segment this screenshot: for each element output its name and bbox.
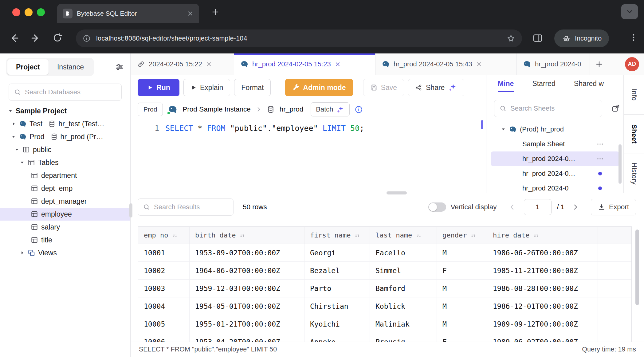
- sort-icon[interactable]: [354, 232, 360, 238]
- sheet-search[interactable]: [494, 100, 602, 117]
- side-panel-icon[interactable]: [532, 33, 543, 44]
- export-button[interactable]: Export: [591, 199, 636, 215]
- results-search[interactable]: [138, 198, 234, 216]
- filter-icon[interactable]: [115, 62, 124, 72]
- more-actions-icon[interactable]: [596, 140, 604, 148]
- table-cell[interactable]: 1964-06-02T00:00:00Z: [190, 262, 304, 280]
- table-cell[interactable]: 1959-12-03T00:00:00Z: [190, 280, 304, 297]
- table-cell[interactable]: 10003: [138, 280, 190, 297]
- save-button[interactable]: Save: [363, 79, 404, 96]
- sheet-item[interactable]: hr_prod 2024-0: [487, 181, 623, 193]
- sheet-tab-3[interactable]: hr_prod 2024-02-05 15:43: [375, 53, 517, 75]
- database-name[interactable]: hr_prod: [280, 105, 304, 113]
- tab-starred[interactable]: Starred: [532, 80, 555, 92]
- table-cell[interactable]: Bezalel: [304, 262, 370, 280]
- back-icon[interactable]: [9, 33, 20, 44]
- side-tab-sheet[interactable]: Sheet: [624, 115, 644, 154]
- bookmark-star-icon[interactable]: [507, 34, 515, 43]
- caret-down-icon[interactable]: [8, 108, 13, 113]
- tree-item-table-title[interactable]: title: [0, 233, 130, 246]
- table-cell[interactable]: Preusig: [370, 333, 437, 342]
- column-header-emp-no[interactable]: emp_no: [138, 227, 190, 244]
- caret-right-icon[interactable]: [20, 250, 25, 255]
- new-browser-tab-icon[interactable]: [211, 7, 220, 17]
- sql-code-line[interactable]: SELECT * FROM "public"."employee" LIMIT …: [165, 124, 364, 133]
- column-header-last-name[interactable]: last_name: [370, 227, 437, 244]
- new-sheet-tab-button[interactable]: [590, 53, 608, 75]
- table-cell[interactable]: 1989-09-12T00:00:00Z: [487, 315, 598, 333]
- table-cell[interactable]: Koblick: [370, 297, 437, 315]
- info-icon[interactable]: [355, 105, 363, 114]
- table-cell[interactable]: F: [437, 333, 487, 342]
- close-icon[interactable]: [476, 61, 482, 67]
- batch-button[interactable]: Batch: [311, 102, 349, 116]
- explain-button[interactable]: Explain: [183, 79, 230, 96]
- results-search-input[interactable]: [154, 203, 228, 211]
- instance-name[interactable]: Prod Sample Instance: [183, 105, 250, 113]
- window-close-button[interactable]: [12, 8, 20, 16]
- sheet-group-row[interactable]: (Prod) hr_prod: [487, 122, 623, 137]
- sort-icon[interactable]: [470, 232, 477, 238]
- database-search[interactable]: [9, 84, 122, 101]
- url-text[interactable]: localhost:8080/sql-editor/sheet/project-…: [96, 35, 501, 42]
- side-tab-info[interactable]: Info: [624, 75, 644, 115]
- vertical-display-toggle[interactable]: [428, 202, 446, 212]
- table-cell[interactable]: Kyoichi: [304, 315, 370, 333]
- more-actions-icon[interactable]: [596, 155, 604, 163]
- table-cell[interactable]: 10006: [138, 333, 190, 342]
- tree-item-schema-public[interactable]: public: [0, 143, 130, 156]
- table-cell[interactable]: M: [437, 280, 487, 297]
- table-cell[interactable]: 1955-01-21T00:00:00Z: [190, 315, 304, 333]
- format-button[interactable]: Format: [234, 79, 271, 96]
- tree-item-table-department[interactable]: department: [0, 169, 130, 182]
- table-cell[interactable]: 1953-04-20T00:00:00Z: [190, 333, 304, 342]
- database-search-input[interactable]: [25, 88, 116, 96]
- tab-project[interactable]: Project: [7, 59, 49, 75]
- side-tab-history[interactable]: History: [624, 154, 644, 193]
- tree-item-test-instance[interactable]: Test hr_test (Test…: [0, 117, 130, 130]
- table-cell[interactable]: 1986-06-26T00:00:00Z: [487, 244, 598, 262]
- admin-mode-button[interactable]: Admin mode: [285, 79, 353, 96]
- page-number-input[interactable]: [524, 199, 552, 215]
- caret-down-icon[interactable]: [20, 160, 25, 165]
- tree-item-tables-group[interactable]: Tables: [0, 156, 130, 169]
- sheet-item-selected[interactable]: hr_prod 2024-0…: [491, 151, 619, 166]
- table-cell[interactable]: 1953-09-02T00:00:00Z: [190, 244, 304, 262]
- tree-item-table-dept-emp[interactable]: dept_emp: [0, 182, 130, 195]
- sheet-list-scrollbar[interactable]: [618, 144, 622, 184]
- close-icon[interactable]: [206, 61, 212, 67]
- sheet-search-input[interactable]: [510, 104, 597, 112]
- table-cell[interactable]: Georgi: [304, 244, 370, 262]
- user-avatar[interactable]: AD: [625, 57, 639, 71]
- sort-icon[interactable]: [239, 232, 245, 238]
- window-zoom-button[interactable]: [37, 8, 45, 16]
- sheet-item[interactable]: Sample Sheet: [487, 137, 623, 151]
- environment-chip[interactable]: Prod: [138, 103, 163, 116]
- table-cell[interactable]: M: [437, 297, 487, 315]
- table-cell[interactable]: 1986-12-01T00:00:00Z: [487, 297, 598, 315]
- sql-editor[interactable]: 1 SELECT * FROM "public"."employee" LIMI…: [131, 118, 486, 193]
- tree-item-table-salary[interactable]: salary: [0, 221, 130, 233]
- tree-item-table-employee[interactable]: employee: [0, 208, 130, 221]
- sort-icon[interactable]: [172, 232, 178, 238]
- tree-item-views-group[interactable]: Views: [0, 246, 130, 259]
- tab-instance[interactable]: Instance: [49, 59, 92, 75]
- browser-tab[interactable]: Bytebase SQL Editor: [57, 4, 199, 23]
- table-cell[interactable]: 10005: [138, 315, 190, 333]
- window-minimize-button[interactable]: [25, 8, 33, 16]
- tree-item-project[interactable]: Sample Project: [0, 104, 130, 117]
- table-cell[interactable]: Simmel: [370, 262, 437, 280]
- open-sheet-icon[interactable]: [611, 104, 620, 113]
- column-header-gender[interactable]: gender: [437, 227, 487, 244]
- tree-item-prod-instance[interactable]: Prod hr_prod (Pr…: [0, 130, 130, 143]
- results-scrollbar[interactable]: [635, 230, 639, 305]
- table-cell[interactable]: Bamford: [370, 280, 437, 297]
- sort-icon[interactable]: [533, 232, 539, 238]
- table-cell[interactable]: 1954-05-01T00:00:00Z: [190, 297, 304, 315]
- share-button[interactable]: Share: [408, 79, 464, 96]
- column-header-birth-date[interactable]: birth_date: [190, 227, 304, 244]
- column-header-hire-date[interactable]: hire_date: [487, 227, 598, 244]
- table-cell[interactable]: 1985-11-21T00:00:00Z: [487, 262, 598, 280]
- table-cell[interactable]: Chirstian: [304, 297, 370, 315]
- caret-down-icon[interactable]: [11, 134, 16, 139]
